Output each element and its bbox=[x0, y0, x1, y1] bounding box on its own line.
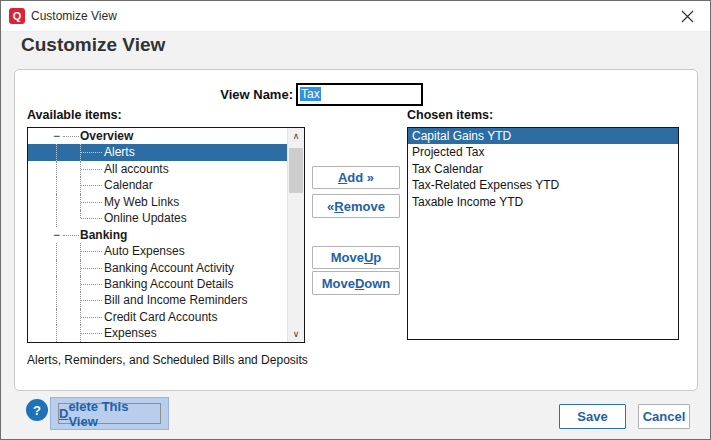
tree-item[interactable]: Online Updates bbox=[28, 210, 288, 226]
move-down-button[interactable]: Move Down bbox=[312, 271, 400, 295]
list-item[interactable]: Tax-Related Expenses YTD bbox=[408, 177, 678, 193]
chosen-items-list[interactable]: Capital Gains YTDProjected TaxTax Calend… bbox=[407, 127, 679, 340]
list-item[interactable]: Projected Tax bbox=[408, 144, 678, 160]
scroll-down-icon[interactable]: ∨ bbox=[288, 326, 304, 342]
tree-item[interactable]: Alerts bbox=[28, 144, 288, 160]
view-name-label: View Name: bbox=[175, 87, 293, 102]
tree-item-label: Calendar bbox=[104, 177, 153, 193]
title-bar: Q Customize View bbox=[1, 1, 710, 32]
selected-item-description: Alerts, Reminders, and Scheduled Bills a… bbox=[27, 353, 308, 367]
tree-item-label: Credit Card Accounts bbox=[104, 309, 217, 325]
tree-item-label: Bill and Income Reminders bbox=[104, 292, 247, 308]
available-items-list[interactable]: −OverviewAlertsAll accountsCalendarMy We… bbox=[27, 127, 305, 343]
tree-item-label: Online Updates bbox=[104, 210, 187, 226]
tree-item[interactable]: Calendar bbox=[28, 177, 288, 193]
list-item[interactable]: Tax Calendar bbox=[408, 161, 678, 177]
tree-item-label: My Web Links bbox=[104, 194, 179, 210]
scroll-up-icon[interactable]: ∧ bbox=[288, 128, 304, 144]
tree-item-label: Auto Expenses bbox=[104, 243, 185, 259]
question-mark-icon: ? bbox=[33, 403, 41, 418]
tree-group-label: Overview bbox=[80, 128, 133, 144]
close-button[interactable] bbox=[665, 1, 710, 31]
tree-item-label: Expenses bbox=[104, 325, 157, 341]
tree-item-label: Banking Account Details bbox=[104, 276, 233, 292]
available-list-scrollbar[interactable]: ∧ ∨ bbox=[287, 128, 304, 342]
tree-item[interactable]: My Web Links bbox=[28, 194, 288, 210]
close-icon bbox=[681, 10, 694, 23]
tree-item-label: All accounts bbox=[104, 161, 169, 177]
page-title: Customize View bbox=[21, 34, 165, 56]
available-items-label: Available items: bbox=[27, 108, 122, 122]
collapse-icon[interactable]: − bbox=[50, 128, 63, 144]
help-button[interactable]: ? bbox=[26, 399, 48, 421]
save-button[interactable]: Save bbox=[559, 404, 626, 429]
remove-button[interactable]: « Remove bbox=[312, 194, 400, 218]
scrollbar-thumb[interactable] bbox=[289, 148, 303, 193]
tree-item[interactable]: Banking Account Details bbox=[28, 276, 288, 292]
tree-item[interactable]: Bill and Income Reminders bbox=[28, 292, 288, 308]
tree-item[interactable]: −Overview bbox=[28, 128, 288, 144]
tree-item-label: Banking Account Activity bbox=[104, 260, 234, 276]
tree-item[interactable]: All accounts bbox=[28, 161, 288, 177]
view-name-input[interactable]: Tax bbox=[297, 84, 422, 105]
tree-item[interactable]: Banking Account Activity bbox=[28, 260, 288, 276]
list-item[interactable]: Taxable Income YTD bbox=[408, 194, 678, 210]
chosen-items-label: Chosen items: bbox=[407, 108, 493, 122]
tree-group-label: Banking bbox=[80, 227, 127, 243]
customize-group-box: View Name: Tax Available items: −Overvie… bbox=[14, 69, 698, 391]
window-title: Customize View bbox=[31, 1, 117, 31]
view-name-selected-text: Tax bbox=[300, 87, 321, 101]
tree-item-label: Alerts bbox=[104, 144, 135, 160]
tree-item[interactable]: Expenses bbox=[28, 325, 288, 341]
cancel-button[interactable]: Cancel bbox=[638, 404, 690, 429]
list-item[interactable]: Capital Gains YTD bbox=[408, 128, 678, 144]
available-items-tree: −OverviewAlertsAll accountsCalendarMy We… bbox=[28, 128, 288, 342]
tree-item[interactable]: Credit Card Accounts bbox=[28, 309, 288, 325]
collapse-icon[interactable]: − bbox=[50, 227, 63, 243]
delete-this-view-button[interactable]: Delete This View bbox=[50, 397, 169, 430]
add-button[interactable]: Add » bbox=[312, 166, 400, 189]
customize-view-dialog: Q Customize View Customize View View Nam… bbox=[0, 0, 711, 440]
delete-this-view-label: Delete This View bbox=[58, 403, 161, 424]
tree-item[interactable]: −Banking bbox=[28, 227, 288, 243]
quicken-logo-icon: Q bbox=[9, 8, 25, 24]
move-up-button[interactable]: Move Up bbox=[312, 246, 400, 269]
tree-item[interactable]: Auto Expenses bbox=[28, 243, 288, 259]
